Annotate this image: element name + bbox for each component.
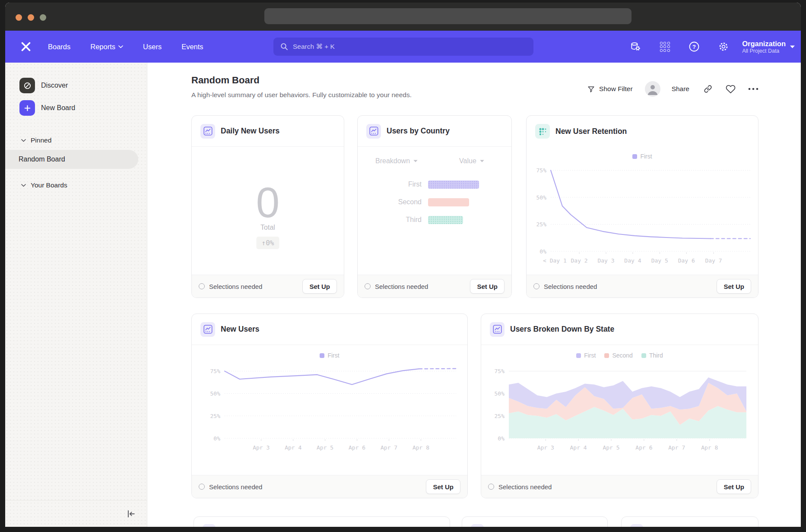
status-circle-icon [533, 283, 539, 289]
status-text: Selections needed [209, 283, 262, 290]
card-title: Daily New Users [221, 127, 279, 136]
card-header: Daily New Users [192, 116, 344, 147]
line-chart-icon [630, 524, 643, 527]
show-filter-button[interactable]: Show Filter [599, 85, 633, 93]
svg-text:Day 2: Day 2 [571, 257, 588, 264]
svg-text:50%: 50% [536, 194, 547, 201]
sidebar-item-discover[interactable]: Discover [19, 77, 147, 94]
card-title: Insights Report [489, 526, 545, 527]
set-up-button[interactable]: Set Up [426, 479, 460, 494]
window-zoom-button[interactable] [40, 14, 46, 21]
svg-text:Apr 7: Apr 7 [381, 444, 397, 451]
settings-gear-icon[interactable] [718, 41, 729, 52]
svg-text:< Day 1: < Day 1 [543, 257, 567, 264]
nav-item-boards[interactable]: Boards [48, 43, 70, 51]
set-up-button[interactable]: Set Up [717, 479, 751, 494]
apps-grid-icon[interactable] [659, 41, 670, 52]
svg-text:75%: 75% [536, 167, 547, 174]
svg-text:Apr 4: Apr 4 [285, 444, 301, 451]
card-footer: Selections needed Set Up [358, 275, 511, 298]
chevron-down-icon [480, 160, 484, 162]
card-footer: Selections needed Set Up [192, 275, 344, 298]
card-active-users: Active Users [621, 516, 758, 527]
window-minimize-button[interactable] [28, 14, 34, 21]
window-close-button[interactable] [16, 14, 22, 21]
svg-text:Apr 3: Apr 3 [537, 444, 554, 451]
card-header: New Users [192, 314, 467, 345]
search-input[interactable]: Search ⌘ + K [273, 38, 533, 56]
svg-text:75%: 75% [210, 368, 221, 374]
sidebar-section-pinned[interactable]: Pinned [21, 135, 147, 146]
share-button[interactable]: Share [672, 85, 689, 93]
card-new-user-retention: New User Retention First 75%50%25%0%< Da… [526, 115, 758, 298]
browser-address-bar[interactable] [264, 8, 631, 24]
org-subtitle: All Project Data [742, 48, 786, 54]
svg-text:0%: 0% [498, 435, 505, 442]
svg-text:50%: 50% [210, 390, 221, 397]
mixpanel-logo-icon[interactable] [19, 40, 32, 53]
status-circle-icon [488, 484, 494, 490]
svg-text:Day 3: Day 3 [597, 257, 614, 264]
svg-text:Apr 4: Apr 4 [570, 444, 587, 451]
line-chart-icon [471, 524, 484, 527]
set-up-button[interactable]: Set Up [470, 279, 505, 294]
sidebar: Discover New Board Pinned Random Board [5, 63, 147, 527]
metric-label: Total [192, 224, 344, 231]
retention-line-chart: 75%50%25%0%< Day 1Day 2Day 3Day 4Day 5Da… [530, 155, 755, 268]
set-up-button[interactable]: Set Up [717, 279, 751, 294]
svg-text:25%: 25% [536, 221, 547, 228]
nav-item-users[interactable]: Users [143, 43, 162, 51]
browser-titlebar [5, 3, 801, 31]
page-title: Random Board [191, 75, 260, 86]
board-main: Random Board A high-level summary of use… [147, 63, 801, 527]
delta-badge: ↑0% [257, 237, 279, 249]
set-up-button[interactable]: Set Up [302, 279, 337, 294]
nav-item-reports[interactable]: Reports [90, 43, 123, 51]
chevron-down-icon [790, 45, 795, 48]
bar-second [428, 198, 469, 206]
svg-text:Apr 8: Apr 8 [701, 444, 718, 451]
collapse-sidebar-icon[interactable] [126, 509, 136, 519]
svg-text:Day 6: Day 6 [678, 257, 695, 264]
bar-third [428, 216, 463, 224]
copy-link-icon[interactable] [703, 84, 713, 94]
nav-item-events[interactable]: Events [181, 43, 203, 51]
more-options-icon[interactable] [748, 87, 759, 91]
card-new-users: New Users First 75%50%25%0%Apr 3Apr 4Apr… [191, 314, 468, 498]
svg-text:Apr 8: Apr 8 [413, 444, 429, 451]
org-switcher[interactable]: Organization All Project Data [742, 39, 795, 54]
nav-items: Boards Reports Users Events [48, 43, 203, 51]
sidebar-item-new-board[interactable]: New Board [19, 100, 147, 116]
card-title: New User Retention [555, 127, 627, 136]
chevron-down-icon [413, 160, 418, 162]
search-icon [280, 43, 288, 51]
top-nav: Boards Reports Users Events Search ⌘ + K [5, 31, 801, 63]
status-circle-icon [365, 283, 371, 289]
card-title: Users by Country [387, 127, 450, 136]
card-header: Insights Report [462, 517, 607, 527]
favorite-heart-icon[interactable] [726, 84, 736, 94]
card-title: Stacked Line Graph [221, 526, 292, 527]
line-chart-icon [366, 124, 381, 139]
card-footer: Selections needed Set Up [192, 475, 467, 498]
chevron-down-icon [118, 45, 123, 48]
value-dropdown[interactable]: Value [459, 157, 484, 165]
svg-text:50%: 50% [495, 390, 505, 397]
breakdown-dropdown[interactable]: Breakdown [375, 157, 418, 165]
sidebar-item-random-board[interactable]: Random Board [5, 150, 138, 169]
chevron-down-icon [21, 139, 26, 142]
help-icon[interactable]: ? [689, 41, 700, 52]
svg-text:Apr 3: Apr 3 [253, 444, 270, 451]
nav-right: ? Organization All Project Data [630, 31, 801, 63]
card-users-by-country: Users by Country Breakdown Value F [357, 115, 512, 298]
sidebar-section-your-boards[interactable]: Your Boards [21, 180, 147, 190]
svg-text:0%: 0% [539, 248, 546, 255]
data-management-icon[interactable] [630, 41, 641, 52]
bar-row: First [358, 180, 479, 189]
avatar[interactable] [645, 81, 660, 97]
svg-text:Day 5: Day 5 [651, 257, 668, 264]
content-area: Discover New Board Pinned Random Board [5, 63, 801, 527]
plus-icon [19, 100, 35, 116]
board-actions: Show Filter Share [587, 81, 759, 97]
svg-text:75%: 75% [495, 368, 505, 374]
